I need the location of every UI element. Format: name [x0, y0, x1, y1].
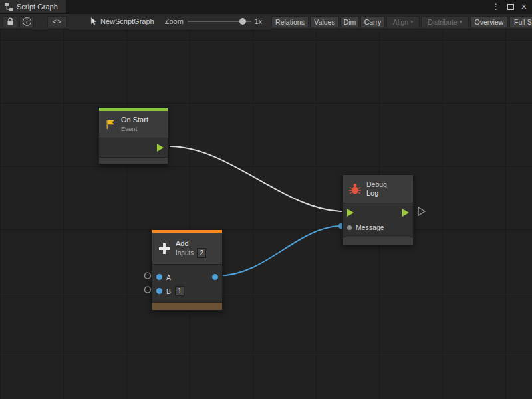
add-port-b-label: B — [166, 287, 171, 295]
add-row-a: A — [152, 270, 222, 284]
message-label: Message — [356, 223, 384, 231]
window-menu-icon[interactable]: ⋮ — [492, 3, 500, 11]
dim-label: Dim — [344, 18, 356, 26]
relations-label: Relations — [275, 18, 305, 26]
on-start-header[interactable]: On Start Event — [99, 111, 168, 138]
wires-layer — [0, 29, 532, 399]
on-start-footer — [99, 157, 168, 164]
full-screen-button[interactable]: Full S — [509, 16, 532, 27]
lock-icon — [7, 17, 14, 26]
node-debug-log[interactable]: Debug Log Message — [342, 174, 414, 245]
carry-label: Carry — [364, 18, 382, 26]
graph-toolbar: i <> NewScriptGraph Zoom 1x Relations Va… — [0, 13, 532, 29]
add-input-a-port[interactable] — [156, 274, 162, 280]
values-button[interactable]: Values — [310, 16, 339, 27]
code-icon: <> — [53, 17, 62, 25]
relations-button[interactable]: Relations — [271, 16, 309, 27]
on-start-title: On Start — [121, 116, 148, 125]
window-controls: ⋮ × — [492, 0, 532, 13]
wire-add-to-message[interactable] — [219, 226, 342, 276]
graph-name-label[interactable]: NewScriptGraph — [100, 17, 154, 25]
on-start-ports — [99, 138, 168, 157]
close-icon[interactable]: × — [521, 2, 527, 11]
add-header[interactable]: Add Inputs 2 — [152, 233, 222, 264]
graph-pointer-icon — [90, 17, 98, 26]
align-button[interactable]: Align ▾ — [386, 16, 420, 27]
log-flow-row — [343, 205, 413, 220]
maximize-icon[interactable] — [507, 4, 514, 10]
add-inputs-count-field[interactable]: 2 — [197, 248, 206, 258]
add-ports: A B 1 — [152, 264, 222, 302]
log-title: Log — [366, 189, 387, 198]
overview-label: Overview — [475, 18, 504, 26]
zoom-slider[interactable] — [188, 17, 251, 25]
node-add[interactable]: Add Inputs 2 A B 1 — [152, 229, 223, 311]
distribute-button[interactable]: Distribute ▾ — [421, 16, 469, 27]
on-start-flow-row — [99, 140, 168, 155]
overview-button[interactable]: Overview — [470, 16, 508, 27]
bug-icon — [348, 182, 362, 196]
log-message-row: Message — [343, 220, 413, 235]
add-sum-output-port[interactable] — [212, 274, 218, 280]
add-port-b-external-ring[interactable] — [145, 287, 151, 293]
add-b-value-field[interactable]: 1 — [175, 286, 184, 296]
script-graph-icon — [5, 3, 13, 11]
full-screen-label: Full S — [514, 18, 532, 26]
plus-icon — [158, 242, 171, 255]
lock-button[interactable] — [3, 16, 17, 27]
add-title: Add — [176, 239, 206, 249]
toolbar-button-group: Relations Values Dim Carry Align ▾ Distr… — [271, 16, 532, 27]
info-icon: i — [23, 17, 31, 26]
on-start-subtitle: Event — [121, 125, 148, 133]
add-footer — [152, 302, 222, 310]
carry-button[interactable]: Carry — [360, 16, 385, 27]
zoom-slider-handle[interactable] — [239, 18, 246, 25]
add-port-a-external-ring[interactable] — [145, 273, 151, 279]
zoom-label: Zoom — [165, 17, 184, 25]
node-on-start[interactable]: On Start Event — [98, 107, 168, 164]
debug-log-header[interactable]: Debug Log — [343, 175, 413, 203]
log-flow-input-port[interactable] — [347, 209, 354, 217]
add-row-b: B 1 — [152, 284, 222, 298]
chevron-down-icon: ▾ — [410, 19, 413, 25]
values-label: Values — [314, 18, 334, 26]
info-button[interactable]: i — [19, 16, 34, 27]
dim-button[interactable]: Dim — [340, 16, 359, 27]
flag-icon — [104, 118, 116, 130]
tab-title: Script Graph — [17, 3, 58, 11]
tab-script-graph[interactable]: Script Graph — [0, 0, 66, 13]
graph-canvas[interactable]: On Start Event Debug Log — [0, 29, 532, 399]
log-flow-output-indicator — [418, 207, 425, 215]
add-inputs-label: Inputs — [176, 249, 194, 257]
log-flow-output-port[interactable] — [402, 209, 409, 217]
window-tab-bar: Script Graph ⋮ × — [0, 0, 532, 13]
align-label: Align — [393, 18, 408, 26]
debug-log-ports: Message — [343, 203, 413, 237]
add-port-a-label: A — [166, 273, 171, 281]
chevron-down-icon: ▾ — [460, 19, 462, 25]
code-preview-button[interactable]: <> — [47, 16, 67, 27]
debug-log-footer — [343, 237, 413, 245]
add-input-b-port[interactable] — [156, 288, 162, 294]
wire-onstart-to-log[interactable] — [170, 146, 343, 211]
message-input-port[interactable] — [347, 225, 352, 230]
debug-category: Debug — [366, 180, 387, 189]
zoom-value: 1x — [255, 17, 262, 25]
on-start-flow-output-port[interactable] — [157, 144, 164, 152]
distribute-label: Distribute — [428, 18, 457, 26]
